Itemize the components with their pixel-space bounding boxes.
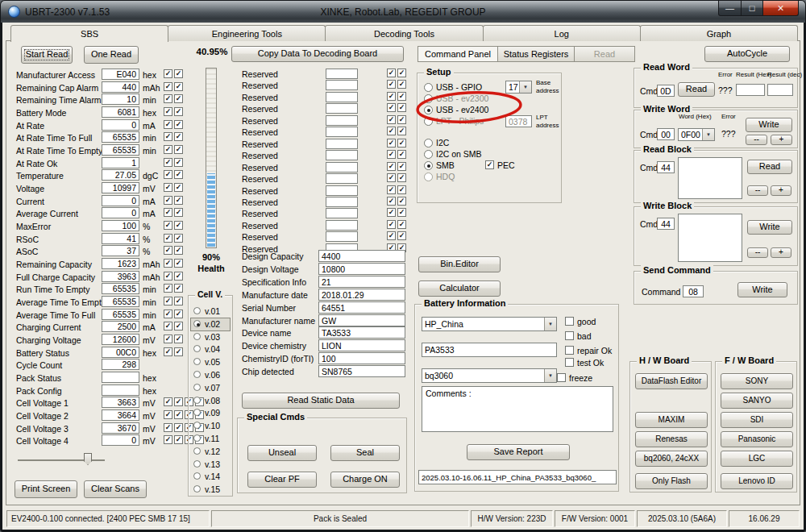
cellv-radio[interactable]	[193, 409, 201, 416]
write-block-increment-button[interactable]: +	[771, 247, 791, 258]
cellv-radio[interactable]	[193, 485, 201, 493]
static-row-value-input[interactable]: LION	[318, 339, 405, 351]
read-word-result-hex[interactable]	[736, 84, 765, 96]
cellv-item[interactable]: v.02	[191, 318, 230, 330]
read-word-cmd-input[interactable]: 0D	[657, 85, 675, 97]
cellv-item[interactable]: v.05	[191, 356, 230, 368]
hw-board-button[interactable]: DataFlash Editor	[635, 373, 708, 389]
write-word-write-button[interactable]: Write	[746, 118, 792, 132]
hdq-radio[interactable]	[424, 172, 433, 181]
write-block-write-button[interactable]: Write	[747, 220, 792, 235]
cellv-item[interactable]: v.10	[191, 420, 230, 432]
static-row-value-input[interactable]: 10800	[318, 263, 405, 275]
read-word-result-dec[interactable]	[767, 84, 793, 96]
cellv-item[interactable]: v.08	[191, 395, 230, 407]
tab-sbs[interactable]: SBS	[10, 25, 168, 42]
save-report-button[interactable]: Save Report	[467, 444, 570, 460]
cellv-item[interactable]: v.04	[191, 343, 230, 355]
cellv-radio[interactable]	[193, 384, 201, 391]
model-input[interactable]: PA3533	[422, 343, 557, 357]
static-row-value-input[interactable]: 2018.01.29	[318, 289, 405, 301]
clear-scans-button[interactable]: Clear Scans	[84, 480, 147, 498]
comments-box[interactable]: Comments :	[422, 386, 613, 432]
cellv-radio[interactable]	[193, 333, 201, 340]
hw-board-button[interactable]: Only Flash	[635, 473, 708, 489]
cellv-item[interactable]: v.12	[191, 446, 230, 458]
static-row-value-input[interactable]: 4400	[318, 250, 405, 262]
cellv-radio[interactable]	[193, 371, 201, 378]
write-word-decrement-button[interactable]: --	[746, 135, 767, 145]
read-block-increment-button[interactable]: +	[771, 185, 791, 196]
cellv-radio[interactable]	[193, 358, 201, 365]
static-row-value-input[interactable]: TA3533	[318, 326, 405, 339]
cellv-radio[interactable]	[193, 472, 201, 480]
cellv-radio[interactable]	[193, 320, 201, 327]
hw-board-button[interactable]: bq2060, 24cXX	[635, 451, 708, 467]
i2c-on-smb-radio[interactable]	[424, 150, 433, 159]
clear-pf-button[interactable]: Clear PF	[247, 472, 317, 488]
read-static-data-button[interactable]: Read Static Data	[242, 393, 400, 409]
cellv-item[interactable]: v.13	[191, 459, 230, 471]
read-block-decrement-button[interactable]: --	[747, 185, 768, 196]
cellv-radio[interactable]	[193, 307, 201, 314]
cellv-radio[interactable]	[193, 447, 201, 455]
cellv-radio[interactable]	[193, 434, 201, 442]
cellv-item[interactable]: v.01	[191, 305, 230, 318]
print-screen-button[interactable]: Print Screen	[15, 480, 77, 498]
cellv-item[interactable]: v.09	[191, 407, 230, 419]
charge-on-button[interactable]: Charge ON	[330, 472, 400, 488]
battery-flag-checkbox[interactable]	[565, 331, 574, 340]
fw-board-button[interactable]: LGC	[721, 451, 793, 467]
cellv-radio[interactable]	[193, 422, 201, 429]
unseal-button[interactable]: Unseal	[247, 445, 317, 461]
cellv-item[interactable]: v.11	[191, 433, 230, 445]
read-word-read-button[interactable]: Read	[678, 82, 715, 97]
cellv-item[interactable]: v.06	[191, 369, 230, 381]
battery-flag-checkbox[interactable]	[557, 373, 566, 382]
cellv-radio[interactable]	[193, 460, 201, 468]
fw-board-button[interactable]: Panasonic	[721, 431, 793, 447]
static-row-value-input[interactable]: 21	[318, 276, 405, 288]
fw-board-button[interactable]: SANYO	[721, 393, 793, 409]
read-block-data[interactable]	[678, 157, 742, 199]
hw-board-button[interactable]: Renesas	[635, 431, 708, 447]
chevron-down-icon[interactable]: ▼	[702, 129, 714, 140]
hw-board-button[interactable]: MAXIM	[635, 412, 708, 428]
pec-checkbox[interactable]: ✓	[485, 160, 494, 169]
cellv-item[interactable]: v.14	[191, 471, 230, 483]
write-word-increment-button[interactable]: +	[771, 135, 792, 145]
battery-flag-checkbox[interactable]	[565, 317, 574, 326]
static-row-value-input[interactable]: 64551	[318, 301, 405, 314]
read-block-cmd-input[interactable]: 44	[657, 161, 675, 173]
write-word-cmd-input[interactable]: 00	[657, 128, 675, 140]
write-block-decrement-button[interactable]: --	[747, 247, 768, 258]
battery-flag-checkbox[interactable]	[565, 358, 574, 367]
battery-flag-checkbox[interactable]	[565, 346, 574, 355]
read-block-read-button[interactable]: Read	[747, 160, 792, 174]
static-row-value-input[interactable]: SN8765	[318, 365, 405, 377]
static-row-value-input[interactable]: 100	[318, 352, 405, 364]
i2c-radio[interactable]	[424, 139, 433, 148]
write-word-value-combo[interactable]: 0F00 ▼	[678, 128, 715, 141]
cellv-item[interactable]: v.07	[191, 382, 230, 394]
send-command-write-button[interactable]: Write	[737, 282, 787, 297]
send-command-input[interactable]: 08	[683, 285, 704, 297]
static-row-value-input[interactable]: GW	[318, 314, 405, 326]
chip-combo[interactable]: bq3060 ▼	[422, 368, 557, 383]
report-filename[interactable]: 2025.03.10-16.06.11_HP_China_PA3533_bq30…	[418, 470, 617, 484]
smb-radio[interactable]	[424, 161, 433, 170]
seal-button[interactable]: Seal	[330, 445, 400, 461]
write-block-data[interactable]	[678, 214, 742, 262]
fw-board-button[interactable]: Lenovo ID	[721, 473, 793, 489]
chevron-down-icon[interactable]: ▼	[544, 369, 556, 382]
fw-board-button[interactable]: SDI	[721, 412, 793, 428]
cellv-radio[interactable]	[193, 397, 201, 404]
bin-editor-button[interactable]: Bin.Editor	[418, 256, 501, 272]
fw-board-button[interactable]: SONY	[721, 373, 793, 389]
static-row-label: Device chemistry	[242, 341, 306, 351]
cellv-radio[interactable]	[193, 345, 201, 352]
write-block-cmd-input[interactable]: 44	[657, 218, 675, 230]
calculator-button[interactable]: Calculator	[418, 281, 501, 297]
cellv-item[interactable]: v.15	[191, 484, 230, 496]
cellv-item[interactable]: v.03	[191, 331, 230, 343]
